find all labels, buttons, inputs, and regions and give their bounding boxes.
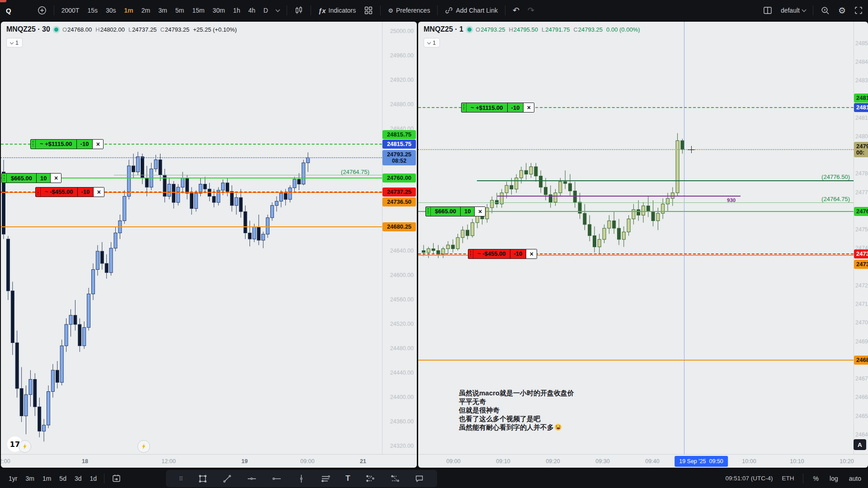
timeframe-15s[interactable]: 15s	[83, 4, 102, 17]
interval-quantity-button[interactable]: 1	[424, 38, 440, 47]
timeframe-1h[interactable]: 1h	[229, 4, 245, 17]
text-tool[interactable]: T	[345, 474, 350, 483]
rectangle-tool[interactable]	[198, 474, 208, 483]
chart-pane-1min[interactable]: MNQZ25 · 1 O24793.25H24795.50L24791.75C2…	[418, 22, 868, 468]
auto-scale-button[interactable]: auto	[845, 472, 865, 485]
vertical-line-tool[interactable]	[297, 474, 306, 483]
timeframe-3m[interactable]: 3m	[154, 4, 171, 17]
redo-button[interactable]: ↷	[524, 4, 538, 17]
data-status-icon[interactable]	[54, 28, 58, 32]
instant-trade-lightning-button[interactable]	[19, 440, 31, 453]
preferences-button[interactable]: ⚙ Preferences	[384, 4, 434, 17]
position-order-label[interactable]: ~ +$1115.00-10×	[461, 103, 534, 113]
candlestick-series	[1, 22, 382, 454]
quantity-label: -10	[77, 188, 94, 197]
range-3d[interactable]: 3d	[71, 472, 86, 485]
close-position-button[interactable]: ×	[474, 207, 485, 216]
drag-handle-icon[interactable]	[462, 103, 467, 112]
indicator-templates-button[interactable]	[360, 4, 377, 17]
interval-quantity-button[interactable]: 1	[6, 38, 23, 47]
long-position-tool[interactable]	[365, 474, 375, 483]
toolbar-divider	[287, 5, 287, 15]
ray-tool[interactable]	[272, 474, 282, 483]
range-5d[interactable]: 5d	[55, 472, 71, 485]
drag-handle-icon[interactable]	[31, 140, 36, 149]
timeframe-30m[interactable]: 30m	[208, 4, 229, 17]
session-label[interactable]: ETH	[779, 475, 797, 482]
timeframe-4h[interactable]: 4h	[244, 4, 259, 17]
clock-label[interactable]: 09:51:07 (UTC-4)	[722, 475, 777, 482]
parallel-channel-tool[interactable]	[321, 474, 330, 483]
position-order-label[interactable]: ~ -$455.00-10×	[468, 249, 537, 259]
range-3m[interactable]: 3m	[21, 472, 38, 485]
position-order-label[interactable]: ~ -$455.00-10×	[35, 187, 104, 197]
timeframe-5m[interactable]: 5m	[171, 4, 188, 17]
layout-select-button[interactable]	[759, 4, 777, 17]
undo-button[interactable]: ↶	[509, 4, 524, 17]
fullscreen-icon	[854, 6, 863, 15]
position-order-label[interactable]: $665.0010×	[425, 206, 486, 216]
drag-handle-icon[interactable]	[2, 174, 7, 183]
price-axis-badge: 24680.25	[382, 222, 416, 231]
island-drag-handle[interactable]: ⠿	[179, 475, 183, 482]
horizontal-ray-tool[interactable]	[247, 474, 257, 483]
trendline-tool[interactable]	[222, 474, 232, 483]
short-position-tool[interactable]	[390, 474, 400, 483]
drag-handle-icon[interactable]	[426, 207, 431, 216]
indicator-line	[497, 196, 741, 197]
data-status-icon[interactable]	[467, 28, 472, 32]
toolbar-divider	[380, 5, 381, 15]
bar-style-button[interactable]	[290, 4, 307, 17]
axis-corner-button[interactable]: A	[854, 439, 866, 450]
drag-handle-icon[interactable]	[36, 188, 41, 197]
timeframe-30s[interactable]: 30s	[102, 4, 120, 17]
instant-trade-lightning-button[interactable]	[137, 440, 150, 453]
range-1m[interactable]: 1m	[38, 472, 55, 485]
price-axis-badge: 24736.50	[854, 260, 868, 269]
position-order-label[interactable]: ~ +$1115.00-10×	[30, 139, 104, 149]
timeframe-2m[interactable]: 2m	[137, 4, 154, 17]
timeframe-group: 2000T15s30s1m2m3m5m15m30m1h4hD	[57, 4, 283, 17]
close-position-button[interactable]: ×	[523, 103, 534, 112]
quantity-label: -10	[507, 103, 524, 112]
price-axis-separator[interactable]	[382, 22, 382, 454]
price-axis-separator[interactable]	[854, 22, 854, 454]
fullscreen-button[interactable]	[850, 4, 867, 17]
range-1d[interactable]: 1d	[86, 472, 101, 485]
close-position-button[interactable]: ×	[92, 140, 103, 149]
close-position-button[interactable]: ×	[93, 188, 104, 197]
indicators-button[interactable]: ƒx Indicators	[314, 4, 360, 17]
timeframe-D[interactable]: D	[259, 4, 272, 17]
chart-pane-30min[interactable]: MNQZ25 · 30 O24768.00H24802.00L24737.25C…	[1, 22, 417, 468]
percent-scale-button[interactable]: %	[809, 472, 823, 485]
settings-button[interactable]: ⚙	[834, 4, 850, 17]
symbol-title[interactable]: MNQZ25 · 30	[6, 25, 50, 33]
indicator-line-label: 930	[727, 197, 736, 203]
go-to-date-button[interactable]	[108, 472, 125, 485]
position-order-label[interactable]: $665.0010×	[1, 173, 61, 183]
timeframe-15m[interactable]: 15m	[188, 4, 208, 17]
pnl-text: ~ +$1115.00	[467, 103, 507, 112]
quick-search-button[interactable]	[816, 4, 834, 17]
symbol-title[interactable]: MNQZ25 · 1	[424, 25, 463, 33]
price-axis-badge: 24815.75	[854, 94, 868, 103]
close-position-button[interactable]: ×	[50, 174, 61, 183]
drag-handle-icon[interactable]	[468, 249, 473, 258]
close-position-button[interactable]: ×	[526, 249, 537, 258]
log-scale-button[interactable]: log	[826, 472, 842, 485]
time-axis[interactable]: 12:001812:001909:0021	[1, 454, 417, 468]
price-axis-label: 24920.00	[383, 77, 414, 83]
timeframe-2000T[interactable]: 2000T	[57, 4, 84, 17]
symbol-search-button[interactable]: Q	[2, 4, 15, 17]
add-chart-link-button[interactable]: Add Chart Link	[441, 4, 502, 17]
time-axis[interactable]: 09:0009:1009:2009:3009:4019 Sep '25 09:5…	[418, 454, 868, 468]
timeframe-dropdown-button[interactable]	[272, 4, 283, 17]
range-1yr[interactable]: 1yr	[5, 472, 21, 485]
chart-annotation-text[interactable]: 虽然说macro就是一小时的开盘收盘价平平无奇但就是很神奇也看了这么多个视频了是…	[459, 389, 574, 432]
layout-name-button[interactable]: default	[777, 4, 810, 17]
compare-add-symbol-button[interactable]	[33, 4, 51, 17]
quantity-label: 10	[460, 207, 474, 216]
callout-tool[interactable]	[415, 474, 424, 483]
timeframe-1m[interactable]: 1m	[120, 4, 137, 17]
drawing-tools-island: ⠿	[166, 470, 437, 487]
